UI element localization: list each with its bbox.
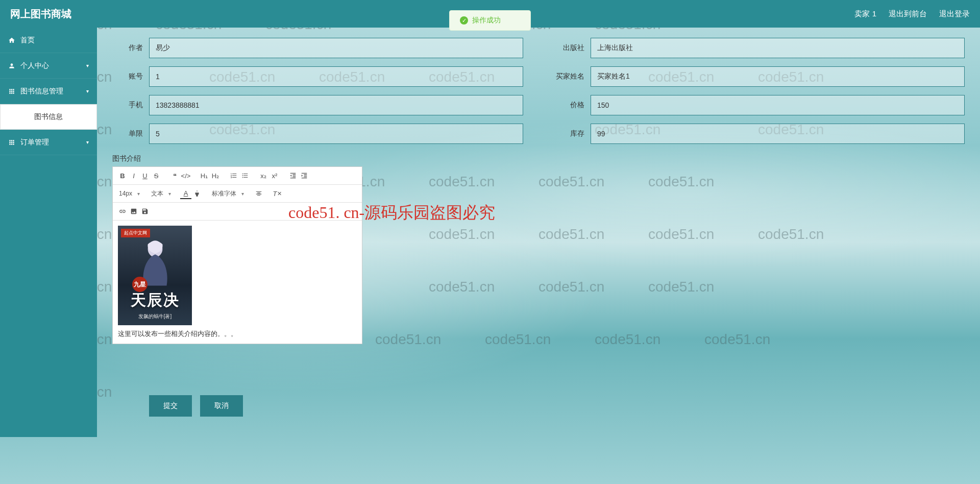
- label-account: 账号: [112, 72, 143, 81]
- highlight-button[interactable]: [191, 188, 203, 199]
- label-phone: 手机: [112, 101, 143, 110]
- quote-button[interactable]: ❝: [169, 170, 180, 181]
- link-to-front[interactable]: 退出到前台: [889, 9, 927, 19]
- underline-button[interactable]: U: [139, 170, 151, 181]
- clear-format-button[interactable]: T✕: [272, 188, 283, 199]
- submit-button[interactable]: 提交: [149, 395, 192, 417]
- cover-title: 天辰决: [118, 290, 192, 311]
- success-toast: ✓ 操作成功: [449, 10, 531, 31]
- input-stock[interactable]: [591, 124, 965, 144]
- home-icon: [8, 37, 15, 44]
- sidebar-item-label: 图书信息: [34, 112, 63, 122]
- grid-icon: [8, 88, 15, 95]
- code-button[interactable]: </>: [180, 170, 191, 181]
- sidebar-subitem-book-info[interactable]: 图书信息: [0, 104, 97, 130]
- label-author: 作者: [112, 43, 143, 53]
- sidebar-item-label: 图书信息管理: [20, 87, 63, 96]
- ordered-list-button[interactable]: [228, 170, 239, 181]
- italic-button[interactable]: I: [128, 170, 139, 181]
- input-phone[interactable]: [149, 95, 523, 115]
- sidebar-item-book-mgmt[interactable]: 图书信息管理 ▾: [0, 79, 97, 104]
- input-buyer[interactable]: [591, 66, 965, 87]
- sidebar-item-label: 订单管理: [20, 138, 49, 147]
- editor-toolbar: B I U S ❝ </> H₁ H₂: [113, 167, 362, 185]
- sidebar-item-home[interactable]: 首页: [0, 28, 97, 53]
- indent-button[interactable]: [299, 170, 310, 181]
- label-buyer: 买家姓名: [554, 72, 584, 81]
- subscript-button[interactable]: x₂: [258, 170, 269, 181]
- editor-toolbar-row2: 14px 文本 A 标准字体 T✕: [113, 185, 362, 203]
- font-color-button[interactable]: A: [180, 188, 191, 199]
- person-icon: [8, 62, 15, 69]
- font-family-select[interactable]: 标准字体: [210, 188, 246, 199]
- app-title: 网上图书商城: [10, 7, 71, 21]
- label-price: 价格: [554, 101, 584, 110]
- input-publisher[interactable]: [591, 38, 965, 58]
- input-limit[interactable]: [149, 124, 523, 144]
- bold-button[interactable]: B: [117, 170, 128, 181]
- user-label[interactable]: 卖家 1: [854, 9, 876, 19]
- chevron-down-icon: ▾: [86, 88, 89, 94]
- editor-body[interactable]: 起点中文网 九星 天辰决 发飙的蜗牛[著] 这里可以发布一些相关介绍内容的。。。: [113, 221, 362, 344]
- rich-text-editor: B I U S ❝ </> H₁ H₂: [112, 166, 362, 344]
- toast-message: 操作成功: [472, 16, 501, 25]
- superscript-button[interactable]: x²: [269, 170, 280, 181]
- sidebar-item-label: 个人中心: [20, 61, 49, 70]
- sidebar-item-order-mgmt[interactable]: 订单管理 ▾: [0, 130, 97, 155]
- editor-toolbar-row3: [113, 203, 362, 221]
- chevron-down-icon: ▾: [86, 63, 89, 68]
- sidebar: 首页 个人中心 ▾ 图书信息管理 ▾ 图书信息 订单管理 ▾: [0, 28, 97, 437]
- save-icon-button[interactable]: [139, 206, 151, 217]
- label-stock: 库存: [554, 129, 584, 138]
- sidebar-item-label: 首页: [20, 36, 35, 45]
- link-button[interactable]: [117, 206, 128, 217]
- input-author[interactable]: [149, 38, 523, 58]
- cancel-button[interactable]: 取消: [200, 395, 243, 417]
- unordered-list-button[interactable]: [239, 170, 251, 181]
- align-button[interactable]: [253, 188, 264, 199]
- font-size-select[interactable]: 14px: [117, 189, 142, 198]
- chevron-down-icon: ▾: [86, 139, 89, 145]
- editor-text-content: 这里可以发布一些相关介绍内容的。。。: [118, 329, 357, 338]
- input-price[interactable]: [591, 95, 965, 115]
- h1-button[interactable]: H₁: [199, 170, 210, 181]
- input-account[interactable]: [149, 66, 523, 87]
- h2-button[interactable]: H₂: [210, 170, 221, 181]
- strike-button[interactable]: S: [151, 170, 162, 181]
- label-publisher: 出版社: [554, 43, 584, 53]
- label-limit: 单限: [112, 129, 143, 138]
- link-logout[interactable]: 退出登录: [939, 9, 970, 19]
- cover-author: 发飙的蜗牛[著]: [118, 313, 192, 320]
- check-icon: ✓: [460, 16, 468, 25]
- image-button[interactable]: [128, 206, 139, 217]
- book-cover-image: 起点中文网 九星 天辰决 发飙的蜗牛[著]: [118, 226, 192, 325]
- editor-section-label: 图书介绍: [112, 154, 965, 163]
- content-area: 作者 出版社 账号 买家姓名 手机 价格: [97, 28, 980, 437]
- grid-icon: [8, 139, 15, 146]
- sidebar-item-personal[interactable]: 个人中心 ▾: [0, 53, 97, 79]
- outdent-button[interactable]: [287, 170, 299, 181]
- element-type-select[interactable]: 文本: [149, 188, 173, 199]
